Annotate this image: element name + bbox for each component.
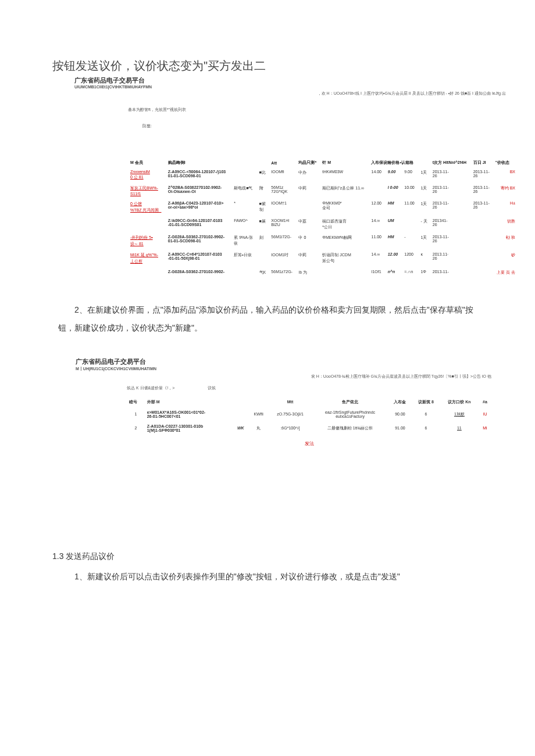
filter-row-3: 筑丛 K 日価&波价量《!，> 议筑 xyxy=(127,385,535,391)
cell: ■紫制 xyxy=(257,199,269,216)
cell: HM xyxy=(386,232,402,250)
page-title: 按钮发送议价，议价状态变为"买方发出二 xyxy=(52,58,535,74)
cell: 期已期到"z县公林 11.∞ xyxy=(320,183,369,199)
th: 入布保设翰价格•认箱格 xyxy=(369,158,418,167)
row-action[interactable]: 切胜 xyxy=(493,216,518,232)
cell: IOOMfi xyxy=(269,167,296,183)
cell: 14.00 xyxy=(369,167,385,183)
table-row: -井列的份 5•设∽ 81Z-G028A-S0362-270102-9902-0… xyxy=(128,232,518,250)
cell xyxy=(471,267,493,278)
cell: 1天 xyxy=(418,167,430,183)
cell: 附 xyxy=(257,183,269,199)
row-action[interactable]: 上要 页 去 xyxy=(493,267,518,278)
table-row: 1к>M01AX*A16S-OK001<01*02-26-01-5HC007<0… xyxy=(127,407,491,421)
left-label[interactable]: S11f1 xyxy=(130,192,163,196)
cell: 1200 xyxy=(402,250,418,267)
cell xyxy=(231,267,256,278)
left-label[interactable]: 设∽ 81 xyxy=(130,241,163,247)
left-label[interactable]: ZnxxensiM xyxy=(130,170,163,174)
cell: 忻场田制 JCDM派公句 xyxy=(320,250,369,267)
row-action[interactable]: IU xyxy=(479,407,491,421)
cell: 12.00 xyxy=(369,199,385,216)
th: 入布金 xyxy=(388,397,412,407)
cell xyxy=(471,232,493,250)
cell: KWfli xyxy=(249,407,269,421)
th: 均品只测* xyxy=(296,158,320,167)
cell: 91.00 xyxy=(388,421,412,435)
cell: 刻 xyxy=(257,232,269,250)
cell: 14.∞ xyxy=(369,216,385,232)
th: 针 M xyxy=(320,158,369,167)
cell: 2013-11-26 xyxy=(430,232,471,250)
cell: 2 xyxy=(127,421,145,435)
cell: 1 xyxy=(127,407,145,421)
row-action[interactable]: 劺 班 xyxy=(493,232,518,250)
left-label[interactable]: -井列的份 5• xyxy=(130,235,163,241)
cell: IOOM1吋 xyxy=(269,250,296,267)
cell: 1天 xyxy=(418,232,430,250)
row-code: Z-A09CC-<50064-120107-/)10301-01-SCD098-… xyxy=(166,167,231,183)
cell: 1旭默 xyxy=(440,407,479,421)
filter-right: 议筑 xyxy=(208,386,216,390)
left-label[interactable]: 丄公所 xyxy=(130,259,163,264)
cell: 56M1z72G- xyxy=(269,267,296,278)
cell xyxy=(233,407,248,421)
cell: XOOM1¤IBiZU xyxy=(269,216,296,232)
cell: eaz-1ftrSngtFuturePhdnndceubca1sFactory xyxy=(312,407,388,421)
cell: 气K xyxy=(257,267,269,278)
cell: 6 xyxy=(412,407,440,421)
cell: ΦMKKM0*金司 xyxy=(320,199,369,216)
cell: 2013.11·26 xyxy=(430,250,471,267)
cell xyxy=(231,167,256,183)
left-label[interactable]: 0 公 81 xyxy=(130,174,163,180)
platform-sub-2: M丨UH|RU1C1|CCKCVIH1CVtIMlUHATlMN xyxy=(76,366,535,372)
footer-link[interactable]: 发法 xyxy=(305,441,314,446)
cell: :6G*100^/{ xyxy=(269,421,312,435)
breadcrumb-2: 衮 H：UooO478·¾检上医疗瑞补 G¾方会员崖波及县以上医疗梆閉 Tqy2… xyxy=(0,374,535,379)
table-row: Mi1K 延 g%"%-丄公所Z-A09CC-C=64*120107-0103-… xyxy=(128,250,518,267)
th: #a xyxy=(479,397,491,407)
left-label[interactable]: 军良工民BW%- xyxy=(130,185,163,191)
table-header-row: M 会员 购晶晦倒I Att 均品只测* 针 M 入布保设翰价格•认箱格 t次方… xyxy=(128,158,518,167)
left-label[interactable]: Mi1K 延 g%"%- xyxy=(130,252,163,258)
cell: 12.00 xyxy=(386,250,402,267)
row-code: Z-\k09CC-G=64-120107-0103-01-01-SCD09S01 xyxy=(166,216,231,232)
cell xyxy=(257,250,269,267)
cell: κ xyxy=(418,250,430,267)
cell xyxy=(296,199,320,216)
cell: 累 9%A-张依 xyxy=(231,232,256,250)
row-left-labels: ZnxxensiM0 公 81 xyxy=(128,167,166,183)
cell: 中办 xyxy=(296,167,320,183)
cell: - xyxy=(402,232,418,250)
th: Mtt xyxy=(269,397,312,407)
row-left-labels: -井列的份 5•设∽ 81 xyxy=(128,232,166,250)
cell: 11 xyxy=(440,421,479,435)
cell: 2013-11-26 xyxy=(471,167,493,183)
cell: 56M1z72G*IQK xyxy=(269,183,296,199)
row-left-labels xyxy=(128,267,166,278)
th: 睦号 xyxy=(127,397,145,407)
table-row: 0 公馆%TBZ 共冯筲困_Z-A06βA-C0423-120107-010>o… xyxy=(128,199,518,216)
row-action[interactable]: H± xyxy=(493,199,518,216)
row-left-labels: Mi1K 延 g%"%-丄公所 xyxy=(128,250,166,267)
row-action[interactable]: 寄约 BX xyxy=(493,183,518,199)
filter-row-2: 防整: xyxy=(142,123,535,129)
table-row: ZnxxensiM0 公 81Z-A09CC-<50064-120107-/)1… xyxy=(128,167,518,183)
th xyxy=(257,158,269,167)
row-action[interactable]: 砂 xyxy=(493,250,518,267)
th xyxy=(231,158,256,167)
table-row: 2Z-A01DA-C0227-130301-010b1(M)1-SFΦ030*0… xyxy=(127,421,491,435)
left-label[interactable]: %TBZ 共冯筲困_ xyxy=(130,207,163,213)
cell: FAWO^ xyxy=(231,216,256,232)
cell: * xyxy=(231,199,256,216)
cell xyxy=(471,216,493,232)
cell: 祸口舐杏漩育*公日 xyxy=(320,216,369,232)
cell: 10.00 xyxy=(402,183,418,199)
table-row: 军良工民BW%-S11f1Z^02BA-S0362270102-9902-Oi-… xyxy=(128,183,518,199)
th: 议方口铰 Kn xyxy=(440,397,479,407)
left-label[interactable]: 0 公馆 xyxy=(130,201,163,207)
row-action[interactable]: Mi xyxy=(479,421,491,435)
row-action[interactable]: BX xyxy=(493,167,518,183)
cell: к>M01AX*A16S-OK001<01*02-26-01-5HC007<01 xyxy=(145,407,233,421)
cell: 丸 xyxy=(249,421,269,435)
